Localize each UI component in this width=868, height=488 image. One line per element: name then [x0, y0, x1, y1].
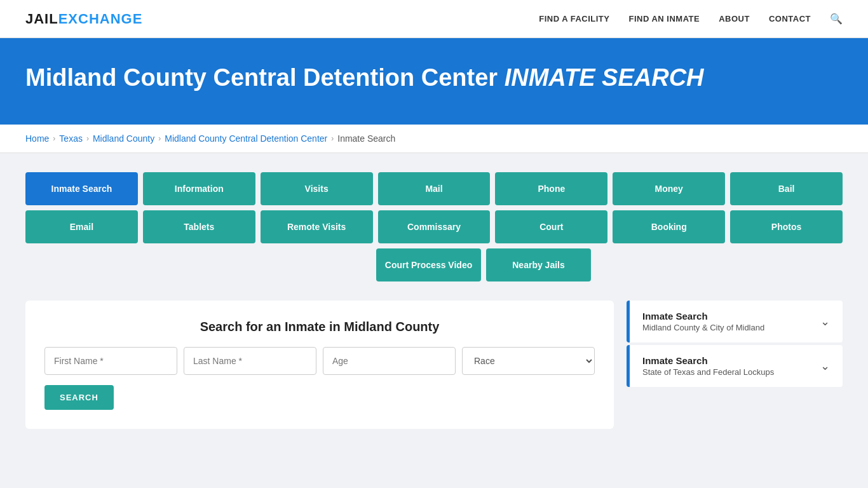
breadcrumb-midland-county[interactable]: Midland County	[93, 133, 154, 144]
sidebar: Inmate Search Midland County & City of M…	[627, 301, 843, 387]
search-icon[interactable]: 🔍	[830, 13, 843, 25]
tab-money[interactable]: Money	[613, 172, 725, 205]
tab-photos[interactable]: Photos	[730, 210, 843, 243]
tab-inmate-search[interactable]: Inmate Search	[25, 172, 138, 205]
sidebar-card-texas[interactable]: Inmate Search State of Texas and Federal…	[627, 345, 843, 387]
tab-phone[interactable]: Phone	[495, 172, 607, 205]
search-inputs: Race White Black Hispanic Asian Other	[44, 347, 595, 375]
sidebar-card-texas-title: Inmate Search	[642, 355, 774, 366]
tab-commissary[interactable]: Commissary	[378, 210, 491, 243]
breadcrumb: Home › Texas › Midland County › Midland …	[25, 133, 843, 144]
breadcrumb-sep-1: ›	[86, 134, 89, 143]
age-input[interactable]	[323, 347, 456, 375]
tab-mail[interactable]: Mail	[378, 172, 491, 205]
first-name-input[interactable]	[44, 347, 177, 375]
nav-contact[interactable]: CONTACT	[769, 14, 811, 24]
sidebar-card-midland[interactable]: Inmate Search Midland County & City of M…	[627, 301, 843, 342]
tab-court-process-video[interactable]: Court Process Video	[376, 248, 481, 281]
sidebar-card-midland-subtitle: Midland County & City of Midland	[642, 323, 764, 332]
tab-bail[interactable]: Bail	[730, 172, 843, 205]
tab-remote-visits[interactable]: Remote Visits	[261, 210, 373, 243]
chevron-down-icon: ⌄	[820, 315, 830, 329]
breadcrumb-current: Inmate Search	[337, 133, 395, 144]
tabs-row-2: Email Tablets Remote Visits Commissary C…	[25, 210, 843, 243]
breadcrumb-sep-0: ›	[53, 134, 55, 143]
hero-title-italic: INMATE SEARCH	[505, 64, 704, 91]
main-content: Inmate Search Information Visits Mail Ph…	[0, 153, 868, 448]
nav-find-facility[interactable]: FIND A FACILITY	[539, 14, 609, 24]
breadcrumb-bar: Home › Texas › Midland County › Midland …	[0, 125, 868, 153]
race-select[interactable]: Race White Black Hispanic Asian Other	[462, 347, 595, 375]
hero-section: Midland County Central Detention Center …	[0, 38, 868, 125]
breadcrumb-sep-2: ›	[158, 134, 161, 143]
breadcrumb-sep-3: ›	[331, 134, 334, 143]
last-name-input[interactable]	[184, 347, 316, 375]
nav-find-inmate[interactable]: FIND AN INMATE	[628, 14, 700, 24]
breadcrumb-facility[interactable]: Midland County Central Detention Center	[165, 133, 327, 144]
header: JAILEXCHANGE FIND A FACILITY FIND AN INM…	[0, 0, 868, 38]
tab-nearby-jails[interactable]: Nearby Jails	[486, 248, 591, 281]
tab-visits[interactable]: Visits	[261, 172, 373, 205]
tab-tablets[interactable]: Tablets	[143, 210, 255, 243]
hero-title-main: Midland County Central Detention Center	[25, 64, 498, 91]
tabs-section: Inmate Search Information Visits Mail Ph…	[25, 172, 843, 281]
tab-email[interactable]: Email	[25, 210, 138, 243]
content-area: Search for an Inmate in Midland County R…	[25, 301, 843, 429]
sidebar-card-texas-subtitle: State of Texas and Federal Lockups	[642, 367, 774, 377]
sidebar-card-midland-title: Inmate Search	[642, 311, 764, 322]
tabs-row-3: Court Process Video Nearby Jails	[125, 248, 843, 281]
logo[interactable]: JAILEXCHANGE	[25, 11, 142, 27]
tab-information[interactable]: Information	[143, 172, 255, 205]
search-form-title: Search for an Inmate in Midland County	[44, 320, 595, 334]
nav-about[interactable]: ABOUT	[719, 14, 750, 24]
chevron-down-icon-2: ⌄	[820, 359, 830, 373]
search-form-card: Search for an Inmate in Midland County R…	[25, 301, 614, 429]
page-title: Midland County Central Detention Center …	[25, 64, 843, 93]
tabs-row-1: Inmate Search Information Visits Mail Ph…	[25, 172, 843, 205]
tab-court[interactable]: Court	[495, 210, 607, 243]
logo-exchange: EXCHANGE	[58, 11, 143, 27]
search-button[interactable]: SEARCH	[44, 385, 114, 410]
breadcrumb-home[interactable]: Home	[25, 133, 49, 144]
main-nav: FIND A FACILITY FIND AN INMATE ABOUT CON…	[539, 13, 843, 25]
breadcrumb-texas[interactable]: Texas	[59, 133, 83, 144]
tab-booking[interactable]: Booking	[613, 210, 725, 243]
logo-jail: JAIL	[25, 11, 58, 27]
